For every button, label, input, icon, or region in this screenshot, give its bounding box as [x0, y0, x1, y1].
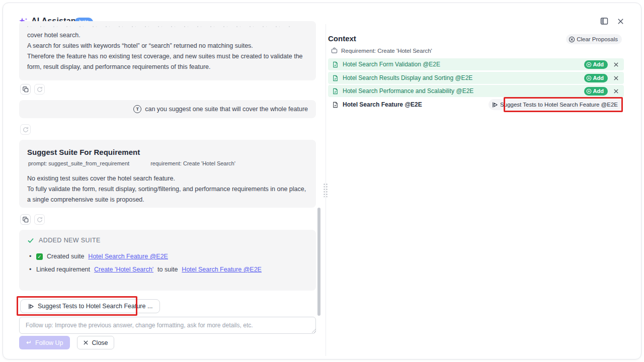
- scrollbar-thumb[interactable]: [317, 208, 320, 316]
- close-icon: [83, 340, 89, 345]
- proposal-row: Hotel Search Performance and Scalability…: [328, 85, 624, 97]
- requirement-label: Requirement: Create 'Hotel Search': [341, 48, 432, 54]
- created-suite-item: ✓ Created suite Hotel Search Feature @E2…: [27, 253, 308, 260]
- copy-icon[interactable]: [20, 214, 31, 225]
- plus-circle-icon: [586, 62, 592, 67]
- close-icon: [613, 88, 619, 94]
- add-proposal-button[interactable]: Add: [584, 60, 608, 69]
- add-proposal-button[interactable]: Add: [584, 87, 608, 96]
- context-title: Context: [328, 34, 356, 43]
- requirement-meta: requirement: Create 'Hotel Search': [150, 160, 235, 166]
- divider-drag-handle[interactable]: [323, 183, 328, 197]
- run-icon: [492, 102, 498, 108]
- enter-icon: [26, 340, 31, 345]
- clear-proposals-button[interactable]: Clear Proposals: [566, 34, 622, 44]
- close-dialog-icon[interactable]: [616, 17, 625, 26]
- message-line: cover hotel search.: [27, 30, 308, 41]
- suite-link[interactable]: Hotel Search Feature @E2E: [88, 253, 168, 260]
- message-line: Therefore the feature has no existing te…: [27, 51, 308, 72]
- user-avatar: T: [133, 105, 141, 113]
- message-line: A search for suites with keywords “hotel…: [27, 41, 308, 51]
- copy-icon[interactable]: [20, 84, 31, 95]
- green-check-icon: ✓: [36, 253, 43, 260]
- dismiss-proposal-button[interactable]: [611, 73, 621, 83]
- user-message: T can you suggest one suite that will co…: [19, 100, 316, 118]
- added-suite-card: ADDED NEW SUITE ✓ Created suite Hotel Se…: [19, 230, 316, 291]
- assistant-message-1: cover hotel search. A search for suites …: [19, 21, 316, 80]
- dismiss-proposal-button[interactable]: [611, 59, 621, 69]
- linked-requirement-item: Linked requirement Create 'Hotel Search'…: [27, 266, 308, 273]
- close-icon: [613, 62, 619, 67]
- suggest-tests-context-button[interactable]: Suggest Tests to Hotel Search Feature @E…: [489, 99, 623, 110]
- close-button[interactable]: Close: [77, 336, 114, 349]
- regenerate-icon[interactable]: [34, 84, 45, 95]
- suite-doc-icon: [332, 61, 339, 68]
- context-requirement-row: Requirement: Create 'Hotel Search': [331, 47, 432, 54]
- suite-label: Hotel Search Feature @E2E: [343, 101, 489, 108]
- message-line: No existing test suites cover the hotel …: [27, 173, 308, 184]
- suite-row: Hotel Search Feature @E2E Suggest Tests …: [328, 99, 624, 111]
- suggest-suite-card: Suggest Suite For Requirement prompt: su…: [19, 140, 316, 208]
- requirement-link[interactable]: Create 'Hotel Search': [94, 266, 153, 273]
- regenerate-icon[interactable]: [20, 124, 31, 135]
- resize-grip[interactable]: [312, 329, 316, 333]
- clipped-text-line: [27, 24, 291, 30]
- plus-circle-icon: [586, 88, 592, 94]
- dismiss-proposal-button[interactable]: [611, 86, 621, 96]
- followup-input[interactable]: [19, 317, 316, 334]
- side-panel-toggle-button[interactable]: [600, 17, 609, 26]
- check-icon: [27, 237, 34, 244]
- add-proposal-button[interactable]: Add: [584, 74, 608, 82]
- proposal-row: Hotel Search Form Validation @E2E Add: [328, 58, 624, 70]
- message-line: To fully validate the form, result displ…: [27, 184, 308, 205]
- prompt-meta: prompt: suggest_suite_from_requirement: [28, 160, 129, 166]
- suite-doc-icon: [332, 75, 339, 81]
- proposal-row: Hotel Search Results Display and Sorting…: [328, 72, 624, 84]
- suite-doc-icon: [332, 102, 339, 108]
- circle-x-icon: [569, 36, 575, 43]
- suite-doc-icon: [332, 88, 339, 95]
- follow-up-button[interactable]: Follow Up: [19, 336, 70, 349]
- run-icon: [28, 303, 34, 310]
- suite-link[interactable]: Hotel Search Feature @E2E: [182, 266, 262, 273]
- close-icon: [613, 75, 619, 81]
- plus-circle-icon: [586, 75, 592, 81]
- card-title: Suggest Suite For Requirement: [27, 148, 308, 156]
- suite-status-text: ADDED NEW SUITE: [39, 237, 101, 244]
- briefcase-icon: [331, 47, 338, 54]
- user-message-text: can you suggest one suite that will cove…: [145, 104, 308, 115]
- suggest-tests-button[interactable]: Suggest Tests to Hotel Search Feature ..…: [20, 299, 160, 313]
- regenerate-icon[interactable]: [34, 214, 45, 225]
